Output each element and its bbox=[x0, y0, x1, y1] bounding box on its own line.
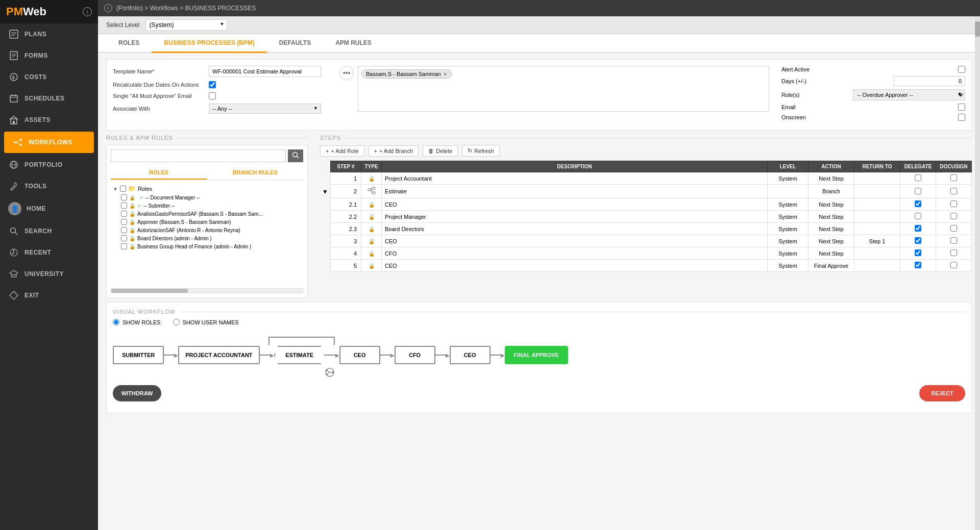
email-label: Email bbox=[781, 104, 796, 110]
assignees-area[interactable]: Bassam.S - Bassam Samman ✕ bbox=[358, 66, 769, 112]
radio-show-user-names[interactable]: SHOW USER NAMES bbox=[173, 319, 239, 325]
tree-item-3[interactable]: 🔒 Approver (Bassam.S - Bassam Samman) bbox=[111, 218, 303, 226]
tab-apm-rules[interactable]: APM RULES bbox=[323, 34, 384, 53]
svg-rect-34 bbox=[372, 192, 375, 194]
sidebar-item-exit[interactable]: EXIT bbox=[0, 285, 98, 306]
sidebar-item-recent[interactable]: RECENT bbox=[0, 242, 98, 263]
row-expand-2[interactable]: ▼ bbox=[320, 186, 330, 197]
cell-delegate-21 bbox=[900, 198, 936, 211]
tab-bpm[interactable]: BUSINESS PROCESSES (BPM) bbox=[152, 34, 266, 53]
docusign-check-5[interactable] bbox=[950, 262, 957, 268]
onscreen-checkbox[interactable] bbox=[958, 114, 965, 121]
docusign-check-1[interactable] bbox=[950, 174, 957, 181]
recalculate-checkbox[interactable] bbox=[209, 81, 216, 88]
tree-item-check-0[interactable] bbox=[121, 194, 127, 200]
horizontal-scrollbar[interactable] bbox=[111, 288, 303, 293]
delegate-check-3[interactable] bbox=[915, 237, 921, 244]
lock-icon-5: 🔒 bbox=[369, 263, 375, 269]
tree-item-check-3[interactable] bbox=[121, 219, 127, 225]
tag-remove-btn[interactable]: ✕ bbox=[443, 71, 447, 77]
associate-with-select[interactable]: -- Any -- bbox=[209, 104, 321, 114]
docusign-check-21[interactable] bbox=[950, 200, 957, 207]
table-row: 3 🔒 CEO System Next Step Step 1 bbox=[331, 235, 972, 247]
tree-item-check-2[interactable] bbox=[121, 211, 127, 217]
onscreen-label: Onscreen bbox=[781, 114, 806, 120]
delegate-check-4[interactable] bbox=[915, 249, 921, 256]
tree-item-check-6[interactable] bbox=[121, 243, 127, 249]
delegate-check-23[interactable] bbox=[915, 225, 921, 232]
days-input[interactable] bbox=[894, 76, 965, 86]
topbar-info-icon[interactable]: i bbox=[104, 4, 112, 12]
steps-table-header: STEP # TYPE DESCRIPTION LEVEL ACTION RET… bbox=[331, 161, 972, 172]
sidebar-item-search[interactable]: SEARCH bbox=[0, 220, 98, 242]
overdue-approver-select[interactable]: -- Overdue Approver -- bbox=[853, 89, 965, 100]
tree-item-check-1[interactable] bbox=[121, 203, 127, 209]
level-select[interactable]: (System) Project Portfolio bbox=[145, 19, 227, 31]
sidebar-item-university[interactable]: UNIVERSITY bbox=[0, 263, 98, 285]
delegate-check-21[interactable] bbox=[915, 200, 921, 207]
content-area: Template Name* Recalculate Due Dates On … bbox=[98, 53, 980, 419]
sidebar-item-costs[interactable]: $ COSTS bbox=[0, 66, 98, 88]
sub-tab-roles[interactable]: ROLES bbox=[111, 166, 207, 180]
sidebar-item-workflows[interactable]: WORKFLOWS bbox=[4, 132, 94, 153]
email-checkbox[interactable] bbox=[958, 104, 965, 111]
add-branch-button[interactable]: + + Add Branch bbox=[369, 145, 419, 157]
svg-point-41 bbox=[326, 369, 328, 371]
tree-item-1[interactable]: 🔒 ✓ -- Submitter -- bbox=[111, 201, 303, 210]
docusign-check-23[interactable] bbox=[950, 225, 957, 232]
right-scrollbar[interactable] bbox=[975, 16, 980, 530]
tree-item-6[interactable]: 🔒 Business Group Head of Finance (admin … bbox=[111, 242, 303, 250]
level-select-wrapper[interactable]: (System) Project Portfolio bbox=[145, 19, 227, 31]
template-name-input[interactable] bbox=[209, 66, 321, 77]
single-email-checkbox[interactable] bbox=[209, 92, 216, 99]
radio-usernames-input[interactable] bbox=[173, 319, 180, 325]
cell-action-22: Next Step bbox=[808, 211, 854, 223]
tree-item-check-5[interactable] bbox=[121, 235, 127, 241]
tree-root[interactable]: ▼ 📁 Roles bbox=[111, 184, 303, 193]
radio-show-roles[interactable]: SHOW ROLES bbox=[113, 319, 161, 325]
alert-active-checkbox[interactable] bbox=[958, 66, 965, 73]
cell-return-2 bbox=[854, 185, 900, 198]
delegate-check-5[interactable] bbox=[915, 262, 921, 268]
associate-with-wrapper[interactable]: -- Any -- bbox=[209, 104, 321, 114]
tree-item-4[interactable]: 🔒 AutorizacionSAF (Antonio.R - Antonio R… bbox=[111, 226, 303, 234]
radio-usernames-label: SHOW USER NAMES bbox=[183, 319, 239, 325]
delete-button[interactable]: 🗑 Delete bbox=[423, 145, 458, 157]
sidebar-item-forms[interactable]: FORMS bbox=[0, 45, 98, 66]
tree-item-5[interactable]: 🔒 Board Directors (admin - Admin ) bbox=[111, 234, 303, 242]
add-role-button[interactable]: + + Add Role bbox=[320, 145, 364, 157]
radio-roles-input[interactable] bbox=[113, 319, 119, 325]
tree-item-check-4[interactable] bbox=[121, 227, 127, 233]
roles-row: Role(s) -- Overdue Approver -- bbox=[781, 89, 965, 100]
tree-root-checkbox[interactable] bbox=[120, 186, 126, 192]
delegate-check-22[interactable] bbox=[915, 213, 921, 219]
sidebar-item-schedules[interactable]: SCHEDULES bbox=[0, 88, 98, 109]
roles-search-input[interactable] bbox=[111, 149, 286, 162]
sub-tab-branch-rules[interactable]: BRANCH RULES bbox=[207, 166, 304, 180]
cell-desc-3: CEO bbox=[382, 235, 768, 247]
tree-item-2[interactable]: 🔒 AnalisisGastoPermisoSAF (Bassam.S - Ba… bbox=[111, 210, 303, 218]
days-label: Days (+/-) bbox=[781, 78, 806, 84]
sidebar-item-home[interactable]: 👤 HOME bbox=[0, 197, 98, 220]
logo: PMWeb bbox=[6, 5, 46, 18]
docusign-check-2[interactable] bbox=[950, 188, 957, 194]
sidebar-item-plans[interactable]: PLANS bbox=[0, 23, 98, 45]
col-return: RETURN TO bbox=[854, 161, 900, 172]
delegate-check-1[interactable] bbox=[915, 174, 921, 181]
docusign-check-4[interactable] bbox=[950, 249, 957, 256]
info-icon[interactable]: i bbox=[83, 7, 92, 16]
sidebar-item-tools[interactable]: TOOLS bbox=[0, 175, 98, 197]
role-select-wrapper[interactable]: -- Overdue Approver -- bbox=[853, 89, 965, 100]
refresh-button[interactable]: ↻ Refresh bbox=[462, 145, 500, 157]
tree-collapse-icon[interactable]: ▼ bbox=[113, 186, 118, 192]
sidebar-item-portfolio[interactable]: PORTFOLIO bbox=[0, 154, 98, 175]
docusign-check-22[interactable] bbox=[950, 213, 957, 219]
delegate-check-2[interactable] bbox=[915, 188, 921, 194]
search-button[interactable] bbox=[288, 149, 303, 162]
sidebar-item-assets[interactable]: ASSETS bbox=[0, 109, 98, 131]
docusign-check-3[interactable] bbox=[950, 237, 957, 244]
tab-roles[interactable]: ROLES bbox=[106, 34, 152, 53]
dots-button[interactable]: ••• bbox=[339, 66, 354, 80]
tab-defaults[interactable]: DEFAULTS bbox=[267, 34, 323, 53]
tree-item-0[interactable]: 🔒 ✓ -- Document Manager -- bbox=[111, 193, 303, 201]
